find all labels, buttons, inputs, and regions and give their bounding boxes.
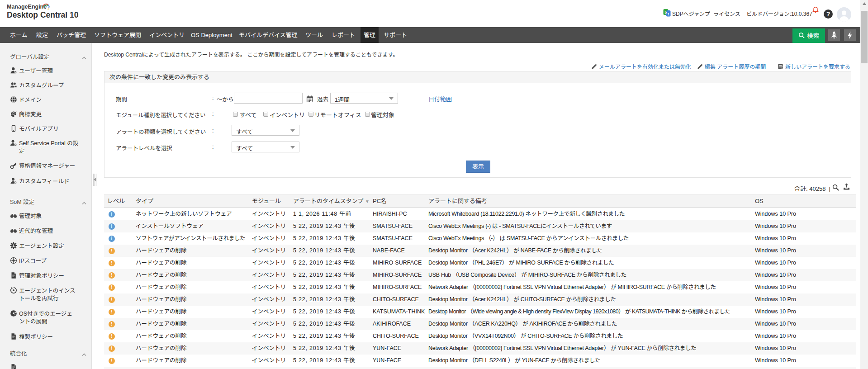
svg-text:5: 5 — [664, 10, 667, 14]
svg-text:1: 1 — [668, 12, 670, 16]
